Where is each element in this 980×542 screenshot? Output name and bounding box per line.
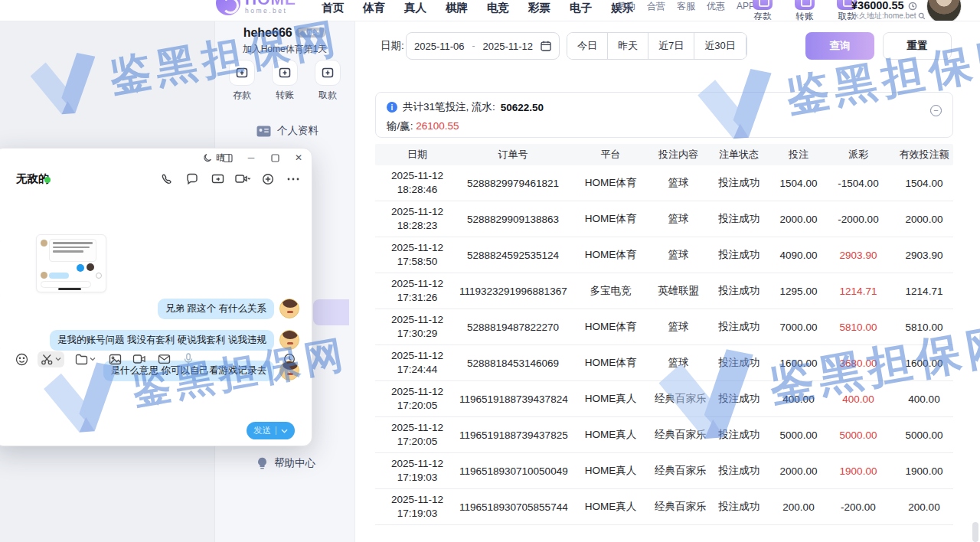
- query-button[interactable]: 查询: [805, 32, 874, 60]
- collapse-icon[interactable]: −: [930, 105, 942, 116]
- wallet-action-button[interactable]: 存款: [747, 0, 778, 21]
- user-avatar[interactable]: [926, 0, 962, 21]
- voice-call-icon[interactable]: [159, 171, 175, 187]
- sidebar-selected-item[interactable]: [313, 299, 349, 325]
- chat-titlebar: 晴 ─ ✕: [0, 149, 312, 168]
- sidebar-quick-actions: 存款 转账 取款: [215, 60, 354, 102]
- sidebar-quick-action[interactable]: 转账: [268, 60, 302, 102]
- secondary-menu-item[interactable]: 合营: [647, 0, 665, 12]
- send-button[interactable]: 发送: [247, 422, 295, 439]
- cell-valid-amount: 1504.00: [895, 178, 953, 189]
- image-icon[interactable]: [106, 351, 123, 367]
- thumbnail-avatar: [41, 240, 47, 247]
- main-menu-item[interactable]: 彩票: [528, 0, 550, 15]
- cell-platform: 多宝电竞: [567, 284, 655, 298]
- date-range-input[interactable]: 2025-11-06 - 2025-11-12: [406, 32, 560, 60]
- cell-bet-content: 篮球: [655, 212, 702, 226]
- table-row: 2025-11-1217:31:26 1119323291996881367 多…: [375, 273, 953, 309]
- permanent-domain: 永久地址:home.bet: [851, 11, 926, 21]
- date-to-value: 2025-11-12: [483, 41, 534, 52]
- table-row: 2025-11-1217:58:50 5288824592535124 HOME…: [375, 237, 953, 273]
- emoji-icon[interactable]: [13, 351, 30, 367]
- table-row: 2025-11-1217:20:05 1196519188739437824 H…: [375, 381, 953, 417]
- cell-bet-content: 经典百家乐: [655, 464, 702, 478]
- cell-bet-content: 篮球: [655, 176, 702, 190]
- thumbnail-avatar: [41, 272, 47, 279]
- main-menu: 首页体育真人棋牌电竞彩票电子娱乐: [322, 0, 633, 21]
- cell-order-number: 5288829979461821: [459, 178, 567, 189]
- main-menu-item[interactable]: 电竞: [487, 0, 509, 15]
- cell-date: 2025-11-1217:24:44: [375, 349, 459, 377]
- cell-platform: HOME真人: [567, 392, 655, 406]
- id-card-icon: [256, 126, 271, 137]
- message-history-icon[interactable]: [281, 351, 298, 367]
- quick-range-button[interactable]: 近7日: [648, 33, 694, 59]
- cell-valid-amount: 2903.90: [895, 250, 953, 261]
- page: HOME home.bet 首页体育真人棋牌电竞彩票电子娱乐 赞助合营客服优惠A…: [0, 0, 980, 542]
- screen-share-icon[interactable]: [210, 171, 225, 187]
- logo-subtitle: home.bet: [245, 7, 296, 15]
- close-icon[interactable]: ✕: [292, 151, 305, 165]
- logo-icon: [216, 0, 240, 15]
- envelope-icon[interactable]: [155, 351, 172, 367]
- cell-payout: 5000.00: [822, 429, 895, 441]
- quick-range-button[interactable]: 今日: [567, 33, 608, 59]
- secondary-menu-item[interactable]: 赞助: [617, 0, 635, 12]
- cell-status: 投注成功: [702, 392, 776, 406]
- video-call-icon[interactable]: [235, 171, 250, 187]
- secondary-menu-item[interactable]: 客服: [677, 0, 695, 12]
- chat-header: 无敌的: [0, 168, 312, 191]
- sidebar-quick-action[interactable]: 取款: [311, 60, 345, 102]
- refresh-balance-icon[interactable]: [908, 2, 917, 11]
- chat-bubble-icon[interactable]: [185, 171, 200, 187]
- more-options-icon[interactable]: [286, 171, 301, 187]
- folder-icon[interactable]: [72, 352, 99, 367]
- sidebar-quick-action[interactable]: 存款: [225, 60, 259, 102]
- winloss-label: 输/赢:: [387, 120, 413, 132]
- secondary-menu-item[interactable]: 优惠: [707, 0, 725, 12]
- maximize-icon[interactable]: [268, 151, 282, 165]
- main-menu-item[interactable]: 电子: [570, 0, 592, 15]
- secondary-menu: 赞助合营客服优惠APP: [617, 0, 755, 12]
- screenshot-scissors-icon[interactable]: [38, 351, 64, 367]
- main-menu-item[interactable]: 真人: [404, 0, 426, 15]
- quick-range-button[interactable]: 近30日: [694, 33, 746, 59]
- sender-avatar[interactable]: [279, 330, 299, 350]
- cell-payout: 3680.00: [822, 358, 895, 369]
- wallet-action-button[interactable]: 转账: [789, 0, 820, 21]
- site-logo[interactable]: HOME home.bet: [216, 0, 296, 15]
- embedded-screenshot-thumbnail[interactable]: [36, 234, 106, 292]
- top-navbar: HOME home.bet 首页体育真人棋牌电竞彩票电子娱乐 赞助合营客服优惠A…: [0, 0, 980, 21]
- table-header-cell: 有效投注额: [895, 148, 953, 162]
- reset-button[interactable]: 重置: [883, 32, 952, 60]
- layout-panel-icon[interactable]: [220, 151, 234, 165]
- thumbnail-bottom-bar: [58, 288, 81, 290]
- microphone-icon[interactable]: [180, 351, 197, 367]
- thumbnail-gear-icon: [96, 273, 102, 279]
- thumbnail-blue-avatar: [77, 264, 84, 272]
- sidebar-item-help-center[interactable]: 帮助中心: [256, 456, 315, 470]
- cell-valid-amount: 5000.00: [895, 429, 953, 441]
- cell-date: 2025-11-1217:58:50: [375, 241, 459, 269]
- sidebar-item-profile[interactable]: 个人资料: [256, 124, 318, 138]
- video-message-icon[interactable]: [131, 351, 148, 367]
- main-menu-item[interactable]: 棋牌: [446, 0, 468, 15]
- search-icon[interactable]: [918, 12, 926, 20]
- quick-range-button[interactable]: 昨天: [608, 33, 648, 59]
- summary-card: i 共计31笔投注, 流水: 50622.50 输/赢: 26100.55 −: [375, 92, 953, 138]
- quick-action-icon: [229, 60, 255, 86]
- cell-date: 2025-11-1217:30:29: [375, 313, 459, 341]
- cell-date: 2025-11-1217:20:05: [375, 421, 459, 449]
- minimize-icon[interactable]: ─: [244, 151, 258, 165]
- sender-avatar[interactable]: [279, 299, 299, 318]
- scrollbar-fragment[interactable]: [972, 522, 978, 542]
- table-row: 2025-11-1217:19:03 1196518930710050049 H…: [375, 453, 953, 489]
- main-menu-item[interactable]: 首页: [322, 0, 344, 15]
- date-separator: -: [472, 41, 475, 51]
- main-menu-item[interactable]: 体育: [363, 0, 385, 15]
- thumbnail-reply-bubble: [49, 273, 69, 279]
- chat-message: 兄弟 跟这个 有什么关系: [158, 299, 299, 319]
- cell-status: 投注成功: [702, 464, 776, 478]
- add-plus-icon[interactable]: [260, 171, 276, 187]
- cell-platform: HOME真人: [567, 500, 655, 514]
